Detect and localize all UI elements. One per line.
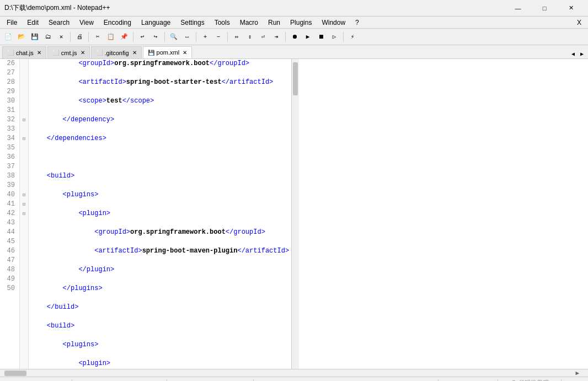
tab-close-gitconfig[interactable]: ✕: [132, 50, 137, 56]
toolbar-undo[interactable]: ↩: [136, 31, 148, 43]
toolbar-extra1[interactable]: ⚡: [346, 31, 359, 43]
status-sep-5: [498, 379, 498, 382]
toolbar-print[interactable]: 🖨: [73, 31, 85, 43]
window-title: D:\下载\demo\pom.xml - Notepad++: [4, 3, 110, 13]
line-num-43: 43: [2, 218, 15, 228]
menu-tools[interactable]: Tools: [210, 18, 234, 28]
code-line-37: </plugin>: [31, 265, 289, 275]
tab-label-pomxml: pom.xml: [157, 49, 180, 56]
tab-gitconfig[interactable]: ⬜ .gitconfig ✕: [91, 46, 142, 58]
fold-36: [20, 153, 28, 162]
toolbar-replace[interactable]: ↔: [181, 31, 193, 43]
toolbar-close[interactable]: ✕: [55, 31, 67, 43]
line-num-29: 29: [2, 87, 15, 96]
window-controls: — □ ✕: [505, 0, 584, 17]
toolbar: 📄 📂 💾 🗂 ✕ 🖨 ✂ 📋 📌 ↩ ↪ 🔍 ↔ + − ⇔ ⇕ ⏎ ⇥ ⏺ …: [0, 29, 588, 45]
toolbar-run-script[interactable]: ▷: [328, 31, 340, 43]
menu-plugins[interactable]: Plugins: [286, 18, 316, 28]
menu-encoding[interactable]: Encoding: [99, 18, 136, 28]
code-editor[interactable]: <groupId>org.springframework.boot</group…: [29, 59, 588, 369]
fold-39: [20, 181, 28, 190]
tab-pomxml[interactable]: 💾 pom.xml ✕: [143, 46, 193, 58]
line-num-42: 42: [2, 209, 15, 218]
menu-run[interactable]: Run: [264, 18, 285, 28]
toolbar-macro-stop[interactable]: ⏹: [315, 31, 327, 43]
scrollbar-thumb-h[interactable]: [4, 371, 26, 376]
fold-43: [20, 218, 28, 228]
toolbar-zoom-in[interactable]: +: [199, 31, 211, 43]
line-num-48: 48: [2, 265, 15, 275]
toolbar-separator-4: [164, 32, 165, 42]
minimize-button[interactable]: —: [505, 0, 531, 17]
toolbar-wordwrap[interactable]: ⏎: [257, 31, 269, 43]
fold-31: [20, 106, 28, 115]
toolbar-macro-play[interactable]: ▶: [302, 31, 314, 43]
scroll-right-arrow[interactable]: ▶: [575, 369, 588, 377]
line-num-36: 36: [2, 153, 15, 162]
menu-search[interactable]: Search: [44, 18, 74, 28]
menu-macro[interactable]: Macro: [236, 18, 263, 28]
tab-scroll-right[interactable]: ▶: [578, 50, 586, 58]
code-content[interactable]: <groupId>org.springframework.boot</group…: [29, 59, 291, 369]
tab-scroll-left[interactable]: ◀: [569, 50, 577, 58]
toolbar-open[interactable]: 📂: [15, 31, 28, 43]
code-line-40: <build>: [31, 321, 289, 331]
toolbar-zoom-out[interactable]: −: [212, 31, 224, 43]
line-num-33: 33: [2, 125, 15, 134]
toolbar-new[interactable]: 📄: [2, 31, 14, 43]
toolbar-paste[interactable]: 📌: [118, 31, 130, 43]
toolbar-save[interactable]: 💾: [29, 31, 41, 43]
toolbar-save-all[interactable]: 🗂: [42, 31, 54, 43]
toolbar-copy[interactable]: 📋: [105, 31, 117, 43]
toolbar-sync-h[interactable]: ⇔: [231, 31, 243, 43]
fold-32[interactable]: ⊟: [20, 115, 28, 125]
horizontal-scrollbar[interactable]: ▶: [0, 369, 588, 377]
menu-window[interactable]: Window: [317, 18, 350, 28]
menu-view[interactable]: View: [75, 18, 98, 28]
toolbar-macro-rec[interactable]: ⏺: [288, 31, 301, 43]
fold-41[interactable]: ⊟: [20, 200, 28, 209]
menu-language[interactable]: Language: [137, 18, 175, 28]
fold-27: [20, 68, 28, 78]
toolbar-separator-5: [196, 32, 196, 42]
tab-label-cmtjs: cmt.js: [61, 50, 77, 56]
menu-settings[interactable]: Settings: [176, 18, 209, 28]
toolbar-separator-7: [285, 32, 286, 42]
code-line-34: <plugin>: [31, 209, 289, 218]
tab-cmtjs[interactable]: ⬜ cmt.js ✕: [47, 46, 90, 58]
tab-close-pomxml[interactable]: ✕: [183, 50, 187, 56]
tab-close-cmtjs[interactable]: ✕: [81, 50, 85, 56]
code-line-39: </build>: [31, 303, 289, 312]
line-num-31: 31: [2, 106, 15, 115]
title-bar: D:\下载\demo\pom.xml - Notepad++ — □ ✕: [0, 0, 588, 17]
fold-35: [20, 143, 28, 153]
toolbar-indent[interactable]: ⇥: [270, 31, 282, 43]
scrollbar-thumb-v[interactable]: [293, 62, 298, 95]
fold-column: ⊟ ⊟ ⊟ ⊟ ⊟: [20, 59, 29, 369]
fold-42[interactable]: ⊟: [20, 209, 28, 218]
close-button[interactable]: ✕: [558, 0, 584, 17]
fold-34[interactable]: ⊟: [20, 134, 28, 143]
status-sep-1: [72, 379, 72, 382]
menu-edit[interactable]: Edit: [23, 18, 43, 28]
menu-help[interactable]: ?: [351, 18, 364, 28]
toolbar-redo[interactable]: ↪: [149, 31, 162, 43]
tab-chatjs[interactable]: ⬜ chat.js ✕: [2, 46, 46, 58]
line-num-26: 26: [2, 59, 15, 68]
toolbar-sync-v[interactable]: ⇕: [244, 31, 256, 43]
toolbar-cut[interactable]: ✂: [92, 31, 104, 43]
tab-label-gitconfig: .gitconfig: [105, 50, 129, 56]
fold-49: [20, 275, 28, 284]
fold-30: [20, 96, 28, 106]
code-line-32: <build>: [31, 171, 289, 181]
line-num-41: 41: [2, 200, 15, 209]
maximize-button[interactable]: □: [532, 0, 557, 17]
line-num-37: 37: [2, 162, 15, 171]
tab-close-chatjs[interactable]: ✕: [37, 50, 41, 56]
fold-40[interactable]: ⊟: [20, 190, 28, 200]
vertical-scrollbar[interactable]: [291, 59, 299, 369]
menu-close-x[interactable]: X: [573, 18, 586, 28]
line-num-35: 35: [2, 143, 15, 153]
menu-file[interactable]: File: [2, 18, 22, 28]
toolbar-find[interactable]: 🔍: [168, 31, 180, 43]
